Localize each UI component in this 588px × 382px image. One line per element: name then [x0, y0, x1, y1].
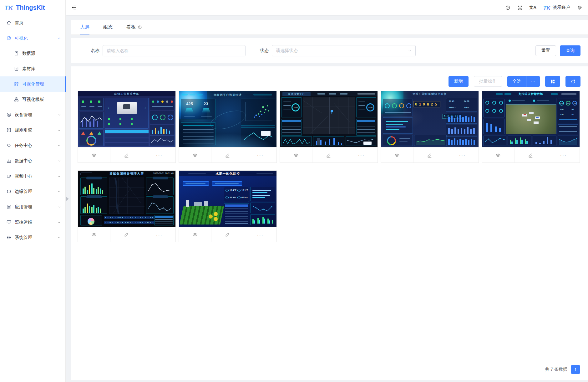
dashboard-thumbnail-6[interactable]: 迎驾集团设备管理大屏 2023-07-31 10:31:48 [78, 171, 175, 227]
dashboard-thumbnail-1[interactable]: 电渣工业数采大屏 [78, 91, 175, 147]
gear-icon [6, 235, 12, 240]
brand-logo[interactable]: TK ThingsKit [0, 0, 65, 15]
dashboard-thumbnail-7[interactable]: 水肥一体化监控 16.4℃ 16.1℃ 57.9% [179, 171, 276, 227]
preview-button[interactable] [78, 227, 110, 242]
settings-gear-icon[interactable] [577, 5, 582, 10]
more-icon: ··· [358, 152, 365, 158]
card-actions: ··· [280, 147, 378, 163]
gauge-icon [6, 35, 12, 41]
content-area: 大屏 组态 看板 名称 状态 请选择状态 重置 查询 [66, 15, 588, 382]
sidebar-item-data-center[interactable]: 数据中心 [0, 153, 65, 168]
donut-panel [383, 135, 413, 146]
edit-button[interactable] [312, 147, 345, 163]
language-icon[interactable]: 文A [530, 5, 536, 10]
more-button[interactable]: ··· [244, 227, 276, 242]
tab-scada[interactable]: 组态 [103, 24, 113, 34]
layout-toggle-button[interactable] [545, 76, 560, 87]
more-button[interactable]: ··· [345, 147, 378, 163]
preview-button[interactable] [179, 227, 211, 242]
sidebar-resize-handle[interactable] [66, 197, 69, 201]
thumbnail-title: 电渣工业数采大屏 [78, 92, 175, 96]
preview-button[interactable] [280, 147, 312, 163]
search-button[interactable]: 查询 [560, 45, 580, 56]
help-icon[interactable] [505, 5, 510, 10]
mini-line-chart [281, 136, 312, 146]
sidebar-item-video-center[interactable]: 视频中心 [0, 168, 65, 184]
page-1-button[interactable]: 1 [571, 365, 580, 374]
select-all-button[interactable]: 全选 ··· [507, 76, 540, 87]
sidebar-item-monitor-ops[interactable]: 监控运维 [0, 214, 65, 230]
edit-icon [528, 152, 533, 158]
more-button[interactable]: ··· [446, 147, 479, 163]
tab-board[interactable]: 看板 [126, 24, 142, 34]
sidebar-item-datasource[interactable]: 数据源 [0, 46, 65, 61]
menu-fold-icon[interactable] [71, 5, 77, 10]
more-button[interactable]: ··· [143, 227, 175, 242]
fullscreen-icon[interactable] [517, 5, 523, 10]
edit-button[interactable] [110, 227, 143, 242]
edit-button[interactable] [110, 147, 143, 163]
more-icon: ··· [459, 152, 466, 158]
mini-bar-chart [533, 136, 556, 146]
city-map [303, 97, 355, 134]
dashboard-thumbnail-5[interactable]: 克拉玛依智慧牧场 [482, 91, 580, 147]
sidebar-item-device-manage[interactable]: 设备管理 [0, 107, 65, 122]
dashboard-card: 电渣工业数采大屏 [78, 91, 176, 163]
device-icon [6, 112, 12, 117]
more-icon: ··· [156, 152, 163, 158]
preview-button[interactable] [482, 147, 514, 163]
refresh-icon [570, 79, 576, 84]
edit-button[interactable] [211, 227, 244, 242]
edit-button[interactable] [211, 147, 244, 163]
sidebar-item-material-library[interactable]: 素材库 [0, 61, 65, 76]
mini-line-chart [346, 136, 376, 146]
preview-button[interactable] [381, 147, 413, 163]
sidebar-item-home[interactable]: 首页 [0, 15, 65, 30]
preview-button[interactable] [78, 147, 110, 163]
edit-button[interactable] [514, 147, 547, 163]
account-menu[interactable]: TK 演示账户 [543, 4, 570, 11]
dashboard-thumbnail-2[interactable]: 物联网平台数据统计 425 23 [179, 91, 276, 147]
sidebar-item-app-manage[interactable]: 应用管理 [0, 199, 65, 214]
status-filter-select[interactable]: 请选择状态 [272, 45, 416, 56]
sidebar: TK ThingsKit 首页 可视化 数据源 素材库 可视化管理 可视化模板 … [0, 0, 66, 382]
sidebar-item-system-manage[interactable]: 系统管理 [0, 230, 65, 245]
svg-text:TK: TK [543, 5, 551, 11]
sidebar-item-visualization-template[interactable]: 可视化模板 [0, 92, 65, 107]
card-actions: ··· [78, 147, 175, 163]
reset-button[interactable]: 重置 [535, 45, 556, 56]
edit-button[interactable] [413, 147, 446, 163]
sidebar-item-rule-engine[interactable]: 规则引擎 [0, 122, 65, 138]
mini-bar-chart [313, 136, 344, 146]
sidebar-item-visualization-manage[interactable]: 可视化管理 [0, 76, 65, 92]
dashboard-thumbnail-3[interactable]: 监测预警平台 37% [280, 91, 378, 147]
database-icon [14, 51, 19, 56]
dashboard-thumbnail-4[interactable]: 钢铁厂能耗监测综合看板 019825 0.0-0.716 [381, 91, 479, 147]
card-actions: ··· [179, 147, 276, 163]
chevron-down-icon [57, 190, 61, 194]
preview-button[interactable] [179, 147, 211, 163]
list-panel: 新增 批量操作 全选 ··· 电渣工业数采大屏 [71, 66, 588, 380]
batch-operation-button[interactable]: 批量操作 [474, 76, 502, 87]
gauge-panel: 37% [281, 97, 302, 117]
tab-bigscreen[interactable]: 大屏 [80, 24, 89, 34]
more-button[interactable]: ··· [244, 147, 276, 163]
sidebar-item-task-center[interactable]: 任务中心 [0, 138, 65, 153]
mini-table [558, 124, 578, 134]
thumbnail-timestamp: 2023-07-31 10:31:48 [153, 172, 174, 174]
edit-icon [225, 152, 230, 158]
farm-illustration [181, 196, 222, 225]
total-count-text: 共 7 条数据 [545, 367, 567, 372]
more-dropdown-button[interactable]: ··· [526, 76, 540, 87]
thumbnail-title: 钢铁厂能耗监测综合看板 [381, 92, 479, 96]
sidebar-item-edge-manage[interactable]: 边缘管理 [0, 184, 65, 199]
edit-icon [124, 152, 129, 158]
refresh-button[interactable] [565, 76, 580, 87]
more-button[interactable]: ··· [143, 147, 175, 163]
sitemap-icon [14, 97, 19, 102]
kpi-panel: 25% 40% 52% 200 182 550 150 [558, 99, 578, 123]
more-button[interactable]: ··· [547, 147, 580, 163]
sidebar-item-visualization[interactable]: 可视化 [0, 30, 65, 46]
add-button[interactable]: 新增 [449, 76, 469, 87]
name-filter-input[interactable] [103, 45, 246, 56]
